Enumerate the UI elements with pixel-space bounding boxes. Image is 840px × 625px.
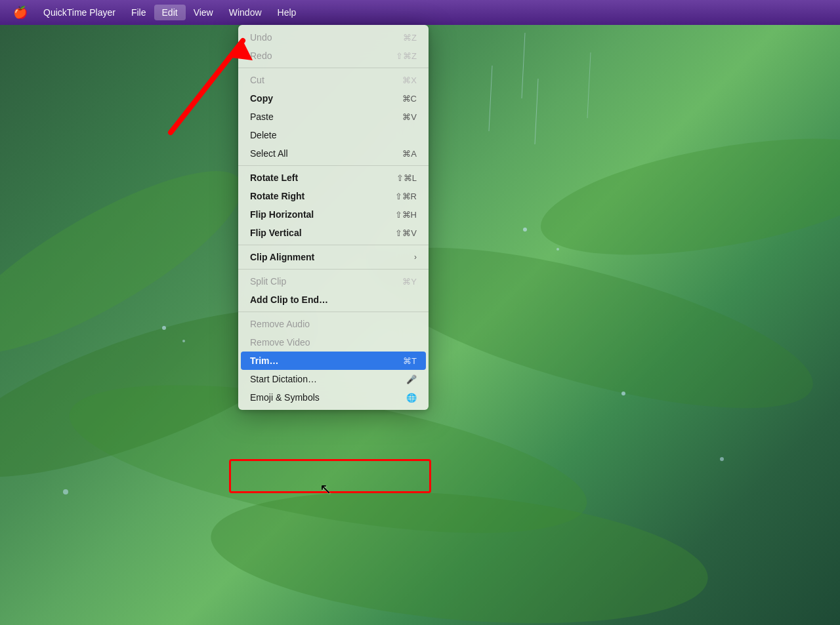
menu-item-paste[interactable]: Paste ⌘V — [238, 108, 429, 126]
apple-menu-icon[interactable]: 🍎 — [5, 5, 35, 20]
menubar-file[interactable]: File — [123, 5, 154, 20]
menu-item-cut[interactable]: Cut ⌘X — [238, 71, 429, 89]
menu-item-addcliptoend[interactable]: Add Clip to End… — [238, 291, 429, 309]
menu-item-removeaudio[interactable]: Remove Audio — [238, 315, 429, 333]
menu-item-splitclip-shortcut: ⌘Y — [402, 277, 417, 287]
svg-point-8 — [523, 228, 527, 232]
menubar-view[interactable]: View — [186, 5, 221, 20]
menubar-window[interactable]: Window — [221, 5, 270, 20]
svg-point-10 — [621, 392, 625, 395]
menu-item-trim-shortcut: ⌘T — [403, 356, 417, 366]
menu-item-copy[interactable]: Copy ⌘C — [238, 89, 429, 108]
menu-item-startdictation-shortcut: 🎤 — [406, 374, 417, 384]
svg-point-4 — [532, 117, 840, 277]
svg-point-9 — [556, 248, 559, 251]
menubar: 🍎 QuickTime Player File Edit View Window… — [0, 0, 840, 25]
menubar-help[interactable]: Help — [270, 5, 304, 20]
menubar-quicktime[interactable]: QuickTime Player — [35, 5, 123, 20]
svg-line-14 — [489, 66, 492, 131]
menu-item-addcliptoend-label: Add Clip to End… — [250, 294, 417, 305]
menu-item-rotateleft-shortcut: ⇧⌘L — [396, 173, 417, 183]
menu-item-cut-shortcut: ⌘X — [402, 75, 417, 85]
menu-item-flipvertical[interactable]: Flip Vertical ⇧⌘V — [238, 224, 429, 242]
svg-line-17 — [587, 52, 591, 118]
separator-3 — [238, 245, 429, 245]
menu-item-copy-shortcut: ⌘C — [402, 94, 417, 104]
separator-5 — [238, 312, 429, 312]
menu-item-splitclip[interactable]: Split Clip ⌘Y — [238, 272, 429, 291]
menu-item-clipalignment[interactable]: Clip Alignment › — [238, 248, 429, 266]
menu-item-delete-label: Delete — [250, 130, 417, 140]
menu-item-emojisymbols-label: Emoji & Symbols — [250, 392, 406, 403]
menu-item-trim[interactable]: Trim… ⌘T — [241, 352, 426, 370]
menu-item-trim-label: Trim… — [250, 355, 403, 366]
menu-item-undo[interactable]: Undo ⌘Z — [238, 28, 429, 47]
svg-line-16 — [535, 79, 538, 144]
menu-item-selectall-shortcut: ⌘A — [402, 149, 417, 159]
menu-item-cut-label: Cut — [250, 75, 402, 85]
menu-item-flipvertical-shortcut: ⇧⌘V — [395, 228, 417, 238]
menu-item-undo-label: Undo — [250, 32, 403, 43]
separator-2 — [238, 165, 429, 166]
menu-item-rotateleft-label: Rotate Left — [250, 172, 396, 183]
menu-item-flipvertical-label: Flip Vertical — [250, 228, 395, 238]
menu-item-fliphorizontal[interactable]: Flip Horizontal ⇧⌘H — [238, 205, 429, 224]
menu-item-rotateright-shortcut: ⇧⌘R — [395, 192, 417, 201]
menu-item-removevideo-label: Remove Video — [250, 337, 417, 348]
menubar-edit[interactable]: Edit — [154, 5, 186, 20]
menu-item-emojisymbols[interactable]: Emoji & Symbols 🌐 — [238, 388, 429, 407]
menu-item-rotateright-label: Rotate Right — [250, 191, 395, 201]
menu-item-fliphorizontal-label: Flip Horizontal — [250, 209, 395, 220]
menu-item-paste-shortcut: ⌘V — [402, 112, 417, 122]
menu-item-redo[interactable]: Redo ⇧⌘Z — [238, 47, 429, 65]
separator-4 — [238, 269, 429, 270]
edit-dropdown-menu: Undo ⌘Z Redo ⇧⌘Z Cut ⌘X Copy ⌘C Paste ⌘V… — [238, 25, 429, 410]
menu-item-fliphorizontal-shortcut: ⇧⌘H — [395, 210, 417, 220]
menu-item-copy-label: Copy — [250, 93, 402, 104]
menu-item-startdictation[interactable]: Start Dictation… 🎤 — [238, 370, 429, 388]
menu-item-splitclip-label: Split Clip — [250, 276, 402, 287]
menu-item-rotateleft[interactable]: Rotate Left ⇧⌘L — [238, 169, 429, 187]
menu-item-redo-label: Redo — [250, 50, 396, 61]
menu-item-rotateright[interactable]: Rotate Right ⇧⌘R — [238, 187, 429, 205]
submenu-arrow-icon: › — [414, 252, 417, 262]
menu-item-startdictation-label: Start Dictation… — [250, 374, 406, 384]
menu-item-delete[interactable]: Delete — [238, 126, 429, 144]
menu-item-clipalignment-label: Clip Alignment — [250, 252, 409, 262]
svg-point-7 — [182, 340, 185, 342]
menu-item-selectall[interactable]: Select All ⌘A — [238, 144, 429, 163]
menu-item-removeaudio-label: Remove Audio — [250, 319, 417, 329]
menu-item-selectall-label: Select All — [250, 148, 402, 159]
svg-point-11 — [63, 489, 68, 494]
svg-point-6 — [162, 326, 166, 330]
menu-item-redo-shortcut: ⇧⌘Z — [396, 51, 417, 61]
menu-item-emojisymbols-shortcut: 🌐 — [406, 393, 417, 403]
menu-item-paste-label: Paste — [250, 111, 402, 122]
separator-1 — [238, 68, 429, 68]
menu-item-undo-shortcut: ⌘Z — [403, 33, 417, 43]
menu-item-removevideo[interactable]: Remove Video — [238, 333, 429, 352]
svg-point-13 — [720, 457, 724, 461]
svg-line-15 — [522, 33, 525, 98]
